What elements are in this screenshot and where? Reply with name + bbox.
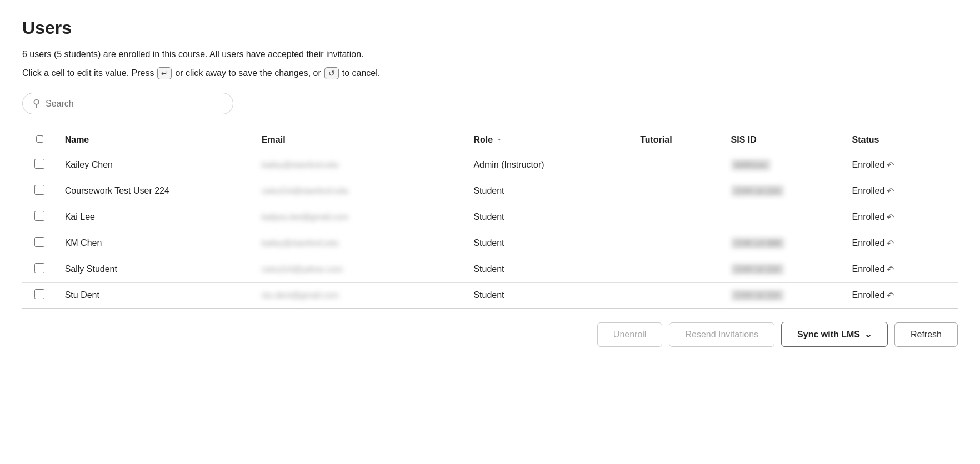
refresh-button[interactable]: Refresh xyxy=(894,322,958,347)
row-name[interactable]: Sally Student xyxy=(57,256,254,283)
table-row: Kai Leekailyou.lee@gmail.comStudentEnrol… xyxy=(22,204,958,230)
undo-icon: ↶ xyxy=(887,238,894,249)
sync-label: Sync with LMS xyxy=(797,330,860,340)
row-tutorial[interactable] xyxy=(632,152,723,178)
col-header-email[interactable]: Email xyxy=(254,128,466,152)
page-title: Users xyxy=(22,18,958,38)
status-text: Enrolled xyxy=(852,238,885,248)
row-sisid[interactable]: k00h1oo xyxy=(723,152,844,178)
users-table: Name Email Role ↑ Tutorial SIS ID Status… xyxy=(22,128,958,309)
row-role[interactable]: Student xyxy=(466,230,632,256)
row-status[interactable]: Enrolled ↶ xyxy=(844,256,958,283)
edit-hint-after: to cancel. xyxy=(342,68,380,78)
table-row: Kailey Chenkailey@stanford.eduAdmin (Ins… xyxy=(22,152,958,178)
row-checkbox-cell xyxy=(22,152,57,178)
enter-key-icon: ↵ xyxy=(157,67,172,79)
row-sisid[interactable] xyxy=(723,204,844,230)
col-header-sisid[interactable]: SIS ID xyxy=(723,128,844,152)
footer-actions: Unenroll Resend Invitations Sync with LM… xyxy=(22,322,958,347)
sort-icon: ↑ xyxy=(498,136,501,144)
row-sisid[interactable]: CHH 14 224 xyxy=(723,256,844,283)
table-row: Stu Dentstu.dent@gmail.comStudentCHH 14 … xyxy=(22,283,958,309)
row-checkbox-1[interactable] xyxy=(34,185,44,195)
row-role[interactable]: Student xyxy=(466,204,632,230)
row-status[interactable]: Enrolled ↶ xyxy=(844,178,958,204)
select-all-checkbox[interactable] xyxy=(36,135,43,143)
status-text: Enrolled xyxy=(852,290,885,300)
table-row: Sally Studentcwtu224@yahoo.comStudentCHH… xyxy=(22,256,958,283)
row-status[interactable]: Enrolled ↶ xyxy=(844,152,958,178)
row-checkbox-cell xyxy=(22,230,57,256)
row-role[interactable]: Student xyxy=(466,283,632,309)
undo-icon: ↶ xyxy=(887,264,894,275)
resend-invitations-button[interactable]: Resend Invitations xyxy=(669,322,774,347)
col-header-status[interactable]: Status xyxy=(844,128,958,152)
table-row: Coursework Test User 224cwtu224@stanford… xyxy=(22,178,958,204)
edit-hint: Click a cell to edit its value. Press ↵ … xyxy=(22,67,958,79)
edit-hint-before: Click a cell to edit its value. Press xyxy=(22,68,154,78)
chevron-down-icon: ⌄ xyxy=(864,329,872,340)
row-email[interactable]: kailyou.lee@gmail.com xyxy=(254,204,466,230)
row-checkbox-cell xyxy=(22,256,57,283)
row-checkbox-0[interactable] xyxy=(34,159,44,169)
row-name[interactable]: KM Chen xyxy=(57,230,254,256)
row-status[interactable]: Enrolled ↶ xyxy=(844,204,958,230)
row-email[interactable]: cwtu224@yahoo.com xyxy=(254,256,466,283)
row-sisid[interactable]: CHK LH 888 xyxy=(723,230,844,256)
row-checkbox-3[interactable] xyxy=(34,237,44,247)
cancel-key-icon: ↺ xyxy=(324,67,339,79)
table-row: KM Chenkailey@stanford.eduStudentCHK LH … xyxy=(22,230,958,256)
row-tutorial[interactable] xyxy=(632,178,723,204)
status-text: Enrolled xyxy=(852,212,885,222)
row-name[interactable]: Coursework Test User 224 xyxy=(57,178,254,204)
row-checkbox-cell xyxy=(22,204,57,230)
row-status[interactable]: Enrolled ↶ xyxy=(844,230,958,256)
row-checkbox-2[interactable] xyxy=(34,211,44,221)
row-name[interactable]: Kai Lee xyxy=(57,204,254,230)
row-status[interactable]: Enrolled ↶ xyxy=(844,283,958,309)
row-name[interactable]: Stu Dent xyxy=(57,283,254,309)
undo-icon: ↶ xyxy=(887,212,894,223)
row-email[interactable]: cwtu224@stanford.edu xyxy=(254,178,466,204)
search-icon: ⚲ xyxy=(33,98,40,109)
col-header-role[interactable]: Role ↑ xyxy=(466,128,632,152)
row-checkbox-5[interactable] xyxy=(34,289,44,299)
search-input[interactable] xyxy=(46,99,223,109)
row-tutorial[interactable] xyxy=(632,204,723,230)
row-checkbox-4[interactable] xyxy=(34,263,44,273)
row-name[interactable]: Kailey Chen xyxy=(57,152,254,178)
row-checkbox-cell xyxy=(22,178,57,204)
enrollment-info: 6 users (5 students) are enrolled in thi… xyxy=(22,49,958,59)
status-text: Enrolled xyxy=(852,264,885,274)
undo-icon: ↶ xyxy=(887,160,894,170)
row-sisid[interactable]: CHH 14 224 xyxy=(723,178,844,204)
undo-icon: ↶ xyxy=(887,290,894,301)
row-tutorial[interactable] xyxy=(632,256,723,283)
row-role[interactable]: Admin (Instructor) xyxy=(466,152,632,178)
row-sisid[interactable]: CHH 14 224 xyxy=(723,283,844,309)
undo-icon: ↶ xyxy=(887,186,894,196)
search-bar: ⚲ xyxy=(22,93,233,114)
row-checkbox-cell xyxy=(22,283,57,309)
row-role[interactable]: Student xyxy=(466,178,632,204)
table-header-row: Name Email Role ↑ Tutorial SIS ID Status xyxy=(22,128,958,152)
sync-lms-button[interactable]: Sync with LMS ⌄ xyxy=(781,322,888,347)
row-email[interactable]: stu.dent@gmail.com xyxy=(254,283,466,309)
col-header-tutorial[interactable]: Tutorial xyxy=(632,128,723,152)
col-header-name[interactable]: Name xyxy=(57,128,254,152)
status-text: Enrolled xyxy=(852,160,885,170)
status-text: Enrolled xyxy=(852,186,885,196)
select-all-header[interactable] xyxy=(22,128,57,152)
edit-hint-middle: or click away to save the changes, or xyxy=(175,68,321,78)
row-email[interactable]: kailey@stanford.edu xyxy=(254,152,466,178)
row-tutorial[interactable] xyxy=(632,283,723,309)
row-tutorial[interactable] xyxy=(632,230,723,256)
row-email[interactable]: kailey@stanford.edu xyxy=(254,230,466,256)
unenroll-button[interactable]: Unenroll xyxy=(597,322,663,347)
row-role[interactable]: Student xyxy=(466,256,632,283)
